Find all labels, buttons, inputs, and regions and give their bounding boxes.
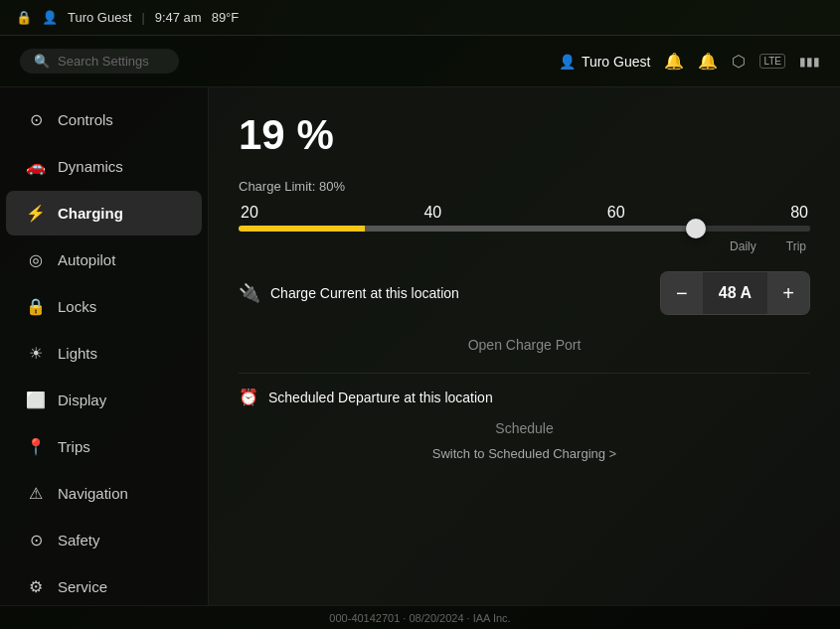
- sidebar-item-navigation[interactable]: ⚠ Navigation: [6, 471, 202, 516]
- slider-ticks: 20 40 60 80: [239, 204, 810, 222]
- signal-bars-icon: ▮▮▮: [799, 55, 820, 69]
- schedule-button[interactable]: Schedule: [495, 416, 553, 440]
- charge-current-value: 48 A: [703, 284, 767, 302]
- sidebar-item-display[interactable]: ⬜ Display: [6, 378, 202, 422]
- sidebar-item-label-autopilot: Autopilot: [58, 251, 115, 268]
- sidebar-item-service[interactable]: ⚙ Service: [6, 564, 202, 605]
- status-temp: 89°F: [212, 10, 240, 25]
- sidebar-item-label-safety: Safety: [58, 532, 100, 549]
- charge-current-info: 🔌 Charge Current at this location: [239, 282, 644, 304]
- tick-20: 20: [241, 204, 258, 222]
- sidebar-item-locks[interactable]: 🔒 Locks: [6, 284, 202, 329]
- display-icon: ⬜: [26, 391, 46, 409]
- sidebar-item-controls[interactable]: ⊙ Controls: [6, 97, 202, 142]
- scheduled-departure-icon: ⏰: [239, 388, 258, 406]
- charge-increase-button[interactable]: +: [767, 272, 809, 314]
- sidebar-item-label-charging: Charging: [58, 205, 123, 222]
- scheduled-departure-label: Scheduled Departure at this location: [268, 390, 493, 405]
- sidebar-item-label-service: Service: [58, 578, 107, 595]
- dynamics-icon: 🚗: [26, 157, 46, 176]
- tick-40: 40: [423, 204, 441, 222]
- slider-fill-yellow: [239, 226, 365, 232]
- slider-label-daily: Daily: [730, 239, 756, 253]
- top-nav-user-name: Turo Guest: [582, 54, 651, 70]
- alarm-icon[interactable]: 🔔: [698, 52, 718, 71]
- scheduled-row: ⏰ Scheduled Departure at this location: [239, 388, 810, 406]
- sidebar-item-label-dynamics: Dynamics: [58, 158, 123, 175]
- sidebar-item-label-lights: Lights: [58, 345, 97, 362]
- lte-badge: LTE: [759, 54, 785, 69]
- slider-thumb[interactable]: [686, 219, 706, 238]
- status-bar: 🔒 👤 Turo Guest | 9:47 am 89°F: [0, 0, 840, 36]
- search-icon: 🔍: [34, 54, 50, 69]
- top-nav-right: 👤 Turo Guest 🔔 🔔 ⬡ LTE ▮▮▮: [559, 52, 820, 71]
- sidebar-item-label-navigation: Navigation: [58, 485, 128, 502]
- status-guest-name: Turo Guest: [68, 10, 132, 25]
- screen-container: 🔒 👤 Turo Guest | 9:47 am 89°F 🔍 Search S…: [0, 0, 840, 629]
- top-nav-user: 👤 Turo Guest: [559, 54, 651, 70]
- sidebar-item-dynamics[interactable]: 🚗 Dynamics: [6, 144, 202, 189]
- switch-charging-link[interactable]: Switch to Scheduled Charging >: [239, 446, 810, 461]
- sidebar-item-label-locks: Locks: [58, 298, 96, 315]
- separator: |: [142, 11, 145, 25]
- charge-decrease-button[interactable]: −: [661, 272, 703, 314]
- main-content: ⊙ Controls 🚗 Dynamics ⚡ Charging ◎ Autop…: [0, 87, 840, 605]
- status-time: 9:47 am: [155, 10, 202, 25]
- top-nav: 🔍 Search Settings 👤 Turo Guest 🔔 🔔 ⬡ LTE…: [0, 36, 840, 87]
- user-status-icon: 👤: [42, 10, 58, 25]
- sidebar-item-trips[interactable]: 📍 Trips: [6, 424, 202, 469]
- sidebar-item-autopilot[interactable]: ◎ Autopilot: [6, 237, 202, 282]
- charge-percent: 19 %: [239, 111, 810, 159]
- slider-labels: Daily Trip: [239, 239, 810, 253]
- sidebar-item-lights[interactable]: ☀ Lights: [6, 331, 202, 376]
- slider-track: [239, 226, 810, 232]
- lock-icon: 🔒: [16, 10, 32, 25]
- bottom-bar: 000-40142701 · 08/20/2024 · IAA Inc.: [0, 605, 840, 629]
- locks-icon: 🔒: [26, 297, 46, 316]
- sidebar-item-safety[interactable]: ⊙ Safety: [6, 518, 202, 562]
- lights-icon: ☀: [26, 344, 46, 363]
- navigation-icon: ⚠: [26, 484, 46, 503]
- sidebar: ⊙ Controls 🚗 Dynamics ⚡ Charging ◎ Autop…: [0, 87, 209, 605]
- right-panel: 19 % Charge Limit: 80% 20 40 60 80: [209, 87, 840, 605]
- top-nav-user-icon: 👤: [559, 54, 576, 70]
- charge-plug-icon: 🔌: [239, 282, 260, 304]
- tick-80: 80: [790, 204, 808, 222]
- charge-limit-label: Charge Limit: 80%: [239, 179, 810, 194]
- charge-slider[interactable]: 20 40 60 80: [239, 204, 810, 232]
- charge-current-row: 🔌 Charge Current at this location − 48 A…: [239, 271, 810, 315]
- open-charge-port-button[interactable]: Open Charge Port: [239, 331, 810, 359]
- safety-icon: ⊙: [26, 531, 46, 550]
- charge-current-control: − 48 A +: [660, 271, 810, 315]
- slider-fill-dark: [696, 226, 810, 232]
- divider: [239, 373, 810, 374]
- trips-icon: 📍: [26, 437, 46, 456]
- bluetooth-icon[interactable]: ⬡: [732, 52, 746, 71]
- controls-icon: ⊙: [26, 110, 46, 129]
- sidebar-item-label-controls: Controls: [58, 111, 113, 128]
- bottom-bar-text: 000-40142701 · 08/20/2024 · IAA Inc.: [329, 612, 510, 624]
- bell-icon[interactable]: 🔔: [664, 52, 684, 71]
- sidebar-item-label-trips: Trips: [58, 438, 90, 455]
- tick-60: 60: [607, 204, 625, 222]
- charging-icon: ⚡: [26, 204, 46, 223]
- autopilot-icon: ◎: [26, 250, 46, 269]
- sidebar-item-label-display: Display: [58, 392, 106, 408]
- charge-current-label: Charge Current at this location: [270, 284, 459, 302]
- slider-label-trip: Trip: [786, 239, 806, 253]
- search-placeholder: Search Settings: [58, 54, 149, 69]
- search-area[interactable]: 🔍 Search Settings: [20, 49, 179, 74]
- sidebar-item-charging[interactable]: ⚡ Charging: [6, 191, 202, 236]
- slider-fill-gray: [365, 226, 697, 232]
- service-icon: ⚙: [26, 577, 46, 596]
